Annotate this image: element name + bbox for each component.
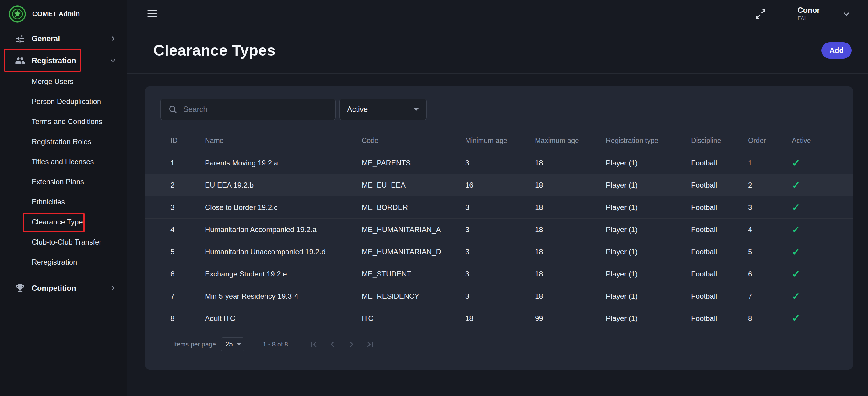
items-per-page-label: Items per page	[173, 341, 216, 348]
sidebar-item-registration[interactable]: Registration	[0, 50, 127, 71]
sidebar-item-extension-plans[interactable]: Extension Plans	[0, 172, 127, 192]
cell-code: ME_PARENTS	[362, 159, 465, 167]
tune-icon	[15, 33, 25, 44]
cell-order: 5	[748, 248, 792, 256]
sidebar-nav: General Registration Merge UsersPerson D…	[0, 28, 127, 299]
last-page-button[interactable]	[365, 339, 376, 350]
column-header-active: Active	[792, 137, 839, 145]
cell-active: ✓	[792, 225, 839, 235]
column-header-order: Order	[748, 137, 792, 145]
cell-name: Min 5-year Residency 19.3-4	[205, 292, 362, 300]
table-row[interactable]: 6Exchange Student 19.2.eME_STUDENT318Pla…	[145, 263, 853, 285]
chevron-down-icon[interactable]	[841, 9, 851, 19]
status-filter-select[interactable]: Active	[339, 99, 427, 120]
paginator: Items per page 25 1 - 8 of 8	[145, 337, 853, 351]
cell-active: ✓	[792, 158, 839, 168]
cell-code: ME_HUMANITARIAN_D	[362, 248, 465, 256]
sidebar-item-terms-and-conditions[interactable]: Terms and Conditions	[0, 111, 127, 132]
dropdown-caret-icon	[413, 108, 419, 111]
cell-name: EU EEA 19.2.b	[205, 181, 362, 190]
trophy-icon	[15, 283, 25, 293]
sidebar-item-clearance-type[interactable]: Clearance Type	[0, 212, 127, 232]
cell-order: 3	[748, 203, 792, 212]
cell-order: 6	[748, 270, 792, 278]
cell-id: 2	[170, 181, 205, 190]
sidebar-item-club-to-club-transfer[interactable]: Club-to-Club Transfer	[0, 232, 127, 252]
table-row[interactable]: 2EU EEA 19.2.bME_EU_EEA1618Player (1)Foo…	[145, 174, 853, 196]
paginator-nav	[308, 339, 376, 350]
cell-code: ME_RESIDENCY	[362, 292, 465, 300]
cell-order: 2	[748, 181, 792, 190]
table-row[interactable]: 8Adult ITCITC1899Player (1)Football8✓	[145, 307, 853, 329]
cell-minimum-age: 16	[465, 181, 535, 190]
cell-maximum-age: 18	[535, 248, 606, 256]
chevron-right-icon	[108, 284, 118, 293]
cell-registration-type: Player (1)	[606, 292, 691, 300]
comet-logo-icon	[9, 5, 26, 23]
cell-minimum-age: 3	[465, 225, 535, 234]
add-button[interactable]: Add	[822, 42, 851, 59]
table-row[interactable]: 5Humanitarian Unaccompanied 19.2.dME_HUM…	[145, 240, 853, 263]
sidebar-item-general[interactable]: General	[0, 28, 127, 50]
cell-maximum-age: 18	[535, 181, 606, 190]
sidebar-item-person-deduplication[interactable]: Person Deduplication	[0, 92, 127, 111]
cell-order: 8	[748, 314, 792, 323]
chevron-down-icon	[108, 56, 118, 65]
user-menu[interactable]: Conor FAI	[797, 6, 820, 22]
sidebar-item-merge-users[interactable]: Merge Users	[0, 71, 127, 92]
previous-page-button[interactable]	[327, 339, 338, 350]
search-box	[160, 99, 336, 120]
cell-name: Close to Border 19.2.c	[205, 203, 362, 212]
page-title: Clearance Types	[153, 42, 276, 59]
cell-id: 8	[170, 314, 205, 323]
cell-minimum-age: 3	[465, 203, 535, 212]
search-input[interactable]	[183, 105, 329, 114]
sidebar-item-competition[interactable]: Competition	[0, 277, 127, 299]
clearance-types-card: Active ID Name Code Minimum age Maximum …	[145, 87, 853, 369]
page-size-select[interactable]: 25	[221, 337, 245, 351]
active-check-icon: ✓	[792, 225, 800, 235]
sidebar-item-label: General	[32, 34, 60, 43]
active-check-icon: ✓	[792, 180, 800, 190]
table-body: 1Parents Moving 19.2.aME_PARENTS318Playe…	[145, 152, 853, 329]
menu-toggle-icon[interactable]	[147, 10, 157, 17]
sidebar-item-ethnicities[interactable]: Ethnicities	[0, 192, 127, 212]
sidebar-item-reregistration[interactable]: Reregistration	[0, 252, 127, 272]
table-toolbar: Active	[145, 99, 853, 120]
sidebar-item-label: Registration	[32, 56, 76, 65]
active-check-icon: ✓	[792, 203, 800, 212]
cell-minimum-age: 3	[465, 248, 535, 256]
first-page-button[interactable]	[308, 339, 319, 350]
column-header-name: Name	[205, 137, 362, 145]
cell-code: ME_BORDER	[362, 203, 465, 212]
sidebar-item-titles-and-licenses[interactable]: Titles and Licenses	[0, 152, 127, 172]
active-check-icon: ✓	[792, 291, 800, 301]
next-page-button[interactable]	[346, 339, 357, 350]
page-range-label: 1 - 8 of 8	[263, 341, 288, 348]
active-check-icon: ✓	[792, 158, 800, 168]
cell-order: 7	[748, 292, 792, 300]
table-row[interactable]: 1Parents Moving 19.2.aME_PARENTS318Playe…	[145, 152, 853, 174]
cell-registration-type: Player (1)	[606, 181, 691, 190]
cell-minimum-age: 3	[465, 292, 535, 300]
column-header-maximum-age: Maximum age	[535, 137, 606, 145]
group-icon	[15, 55, 25, 66]
cell-discipline: Football	[691, 203, 748, 212]
cell-minimum-age: 18	[465, 314, 535, 323]
fullscreen-icon[interactable]	[755, 8, 767, 20]
cell-registration-type: Player (1)	[606, 159, 691, 167]
cell-name: Humanitarian Accompanied 19.2.a	[205, 225, 362, 234]
cell-name: Humanitarian Unaccompanied 19.2.d	[205, 248, 362, 256]
cell-registration-type: Player (1)	[606, 314, 691, 323]
cell-active: ✓	[792, 203, 839, 212]
table-row[interactable]: 7Min 5-year Residency 19.3-4ME_RESIDENCY…	[145, 285, 853, 307]
cell-discipline: Football	[691, 248, 748, 256]
cell-registration-type: Player (1)	[606, 203, 691, 212]
sidebar-item-registration-roles[interactable]: Registration Roles	[0, 132, 127, 152]
column-header-discipline: Discipline	[691, 137, 748, 145]
sidebar-header: COMET Admin	[0, 0, 127, 28]
cell-discipline: Football	[691, 292, 748, 300]
table-row[interactable]: 4Humanitarian Accompanied 19.2.aME_HUMAN…	[145, 219, 853, 240]
clearance-types-table: ID Name Code Minimum age Maximum age Reg…	[145, 129, 853, 329]
table-row[interactable]: 3Close to Border 19.2.cME_BORDER318Playe…	[145, 196, 853, 219]
